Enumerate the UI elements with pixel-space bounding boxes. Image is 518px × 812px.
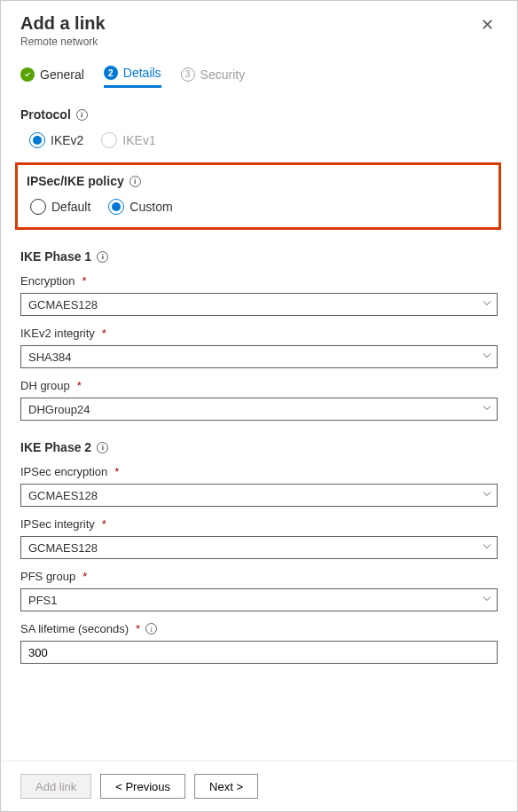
form-content: Protocol i IKEv2 IKEv1 IPSec/IKE policy …: [1, 88, 517, 761]
select-value: DHGroup24: [20, 398, 498, 421]
required-indicator: *: [102, 327, 106, 340]
tab-security[interactable]: 3 Security: [181, 67, 246, 87]
protocol-label-text: Protocol: [20, 107, 71, 122]
ipsec-encryption-label: IPSec encryption*: [20, 465, 498, 478]
tab-label: Security: [200, 67, 246, 82]
phase-header-text: IKE Phase 1: [20, 249, 91, 264]
dhgroup-label: DH group*: [20, 379, 498, 392]
tab-details[interactable]: 2 Details: [104, 66, 161, 88]
encryption-label: Encryption*: [20, 274, 498, 288]
step-number-icon: 3: [181, 67, 195, 82]
ipsec-encryption-select[interactable]: GCMAES128: [20, 484, 498, 507]
required-indicator: *: [77, 379, 82, 392]
sa-lifetime-label: SA lifetime (seconds)* i: [20, 622, 498, 635]
radio-label: Default: [51, 200, 90, 214]
radio-icon: [29, 132, 45, 148]
radio-label: IKEv1: [122, 133, 155, 147]
field-label-text: PFS group: [20, 570, 75, 583]
info-icon[interactable]: i: [76, 109, 88, 121]
required-indicator: *: [114, 465, 119, 478]
ipsec-policy-highlight: IPSec/IKE policy i Default Custom: [15, 162, 501, 230]
ipsec-policy-options: Default Custom: [21, 199, 490, 215]
step-number-icon: 2: [104, 66, 118, 80]
field-label-text: Encryption: [20, 274, 75, 288]
dhgroup-select[interactable]: DHGroup24: [20, 398, 498, 421]
required-indicator: *: [136, 622, 140, 635]
radio-ikev2[interactable]: IKEv2: [29, 132, 83, 148]
panel-title: Add a link: [20, 13, 106, 34]
field-label-text: IPSec encryption: [20, 465, 107, 478]
field-label-text: IPSec integrity: [20, 517, 95, 531]
close-button[interactable]: ✕: [477, 13, 498, 36]
ikev2-integrity-select[interactable]: SHA384: [20, 345, 498, 368]
field-label-text: DH group: [20, 379, 70, 392]
select-value: SHA384: [20, 345, 498, 368]
tab-label: General: [40, 67, 84, 82]
info-icon[interactable]: i: [145, 623, 157, 635]
ike-phase1-header: IKE Phase 1 i: [20, 249, 498, 264]
step-tabs: General 2 Details 3 Security: [1, 55, 517, 88]
ipsec-policy-label-text: IPSec/IKE policy: [27, 174, 124, 188]
protocol-label: Protocol i: [20, 107, 498, 122]
encryption-select[interactable]: GCMAES128: [20, 293, 498, 316]
info-icon[interactable]: i: [97, 442, 108, 453]
phase-header-text: IKE Phase 2: [20, 440, 91, 454]
select-value: GCMAES128: [20, 536, 498, 559]
tab-label: Details: [123, 66, 161, 80]
radio-policy-custom[interactable]: Custom: [108, 199, 172, 215]
panel-footer: Add link < Previous Next >: [1, 761, 517, 811]
required-indicator: *: [102, 517, 106, 531]
radio-ikev1[interactable]: IKEv1: [101, 132, 155, 148]
radio-icon: [30, 199, 46, 215]
radio-label: IKEv2: [51, 133, 83, 147]
required-indicator: *: [82, 570, 87, 583]
select-value: GCMAES128: [20, 293, 498, 316]
field-label-text: SA lifetime (seconds): [20, 622, 129, 635]
tab-general[interactable]: General: [20, 67, 84, 87]
pfs-group-label: PFS group*: [20, 570, 498, 583]
select-value: PFS1: [20, 588, 498, 611]
radio-label: Custom: [130, 200, 172, 214]
info-icon[interactable]: i: [130, 176, 141, 187]
ipsec-policy-label: IPSec/IKE policy i: [27, 174, 490, 188]
ipsec-integrity-label: IPSec integrity*: [20, 517, 498, 531]
select-value: GCMAES128: [20, 484, 498, 507]
pfs-group-select[interactable]: PFS1: [20, 588, 498, 611]
ikev2-integrity-label: IKEv2 integrity*: [20, 327, 498, 340]
field-label-text: IKEv2 integrity: [20, 327, 95, 340]
panel-subtitle: Remote network: [20, 35, 106, 48]
protocol-options: IKEv2 IKEv1: [20, 132, 498, 148]
required-indicator: *: [82, 274, 86, 288]
radio-icon: [101, 132, 117, 148]
previous-button[interactable]: < Previous: [100, 774, 185, 799]
sa-lifetime-input[interactable]: [20, 641, 498, 664]
ipsec-integrity-select[interactable]: GCMAES128: [20, 536, 498, 559]
info-icon[interactable]: i: [97, 251, 108, 263]
radio-policy-default[interactable]: Default: [30, 199, 90, 215]
radio-icon: [108, 199, 124, 215]
next-button[interactable]: Next >: [194, 774, 258, 799]
add-link-button[interactable]: Add link: [20, 774, 91, 799]
panel-header: Add a link Remote network ✕: [1, 1, 517, 55]
close-icon: ✕: [481, 16, 494, 34]
check-icon: [20, 67, 35, 82]
ike-phase2-header: IKE Phase 2 i: [20, 440, 498, 454]
